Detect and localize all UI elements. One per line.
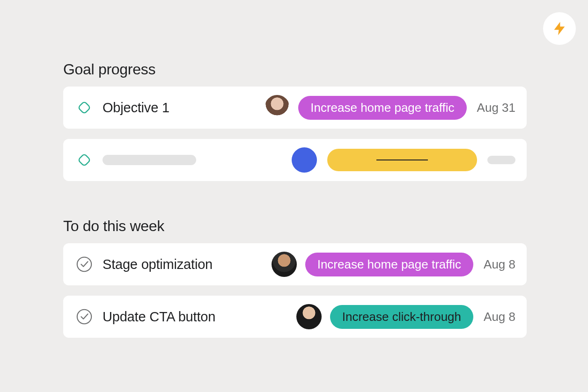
tag-pill[interactable]: Increase home page traffic: [305, 253, 473, 276]
due-date: Aug 8: [484, 310, 515, 324]
svg-point-3: [77, 310, 91, 324]
tag-pill[interactable]: Increase home page traffic: [298, 96, 466, 120]
placeholder-date: [487, 156, 515, 164]
goal-diamond-icon: [74, 150, 94, 170]
avatar[interactable]: [296, 304, 322, 329]
placeholder-title: [103, 155, 196, 165]
lightning-icon: [551, 21, 567, 36]
tag-pill[interactable]: Increase click-through: [330, 305, 473, 329]
svg-rect-0: [78, 102, 91, 114]
svg-point-2: [77, 257, 91, 271]
placeholder-tag: [327, 149, 477, 171]
goal-row-placeholder[interactable]: [63, 139, 527, 181]
placeholder-avatar: [292, 147, 317, 173]
avatar[interactable]: [272, 252, 297, 277]
due-date: Aug 31: [477, 101, 515, 115]
quick-action-button[interactable]: [543, 12, 576, 45]
task-title: Update CTA button: [103, 309, 243, 325]
due-date: Aug 8: [484, 257, 515, 272]
checkmark-circle-icon[interactable]: [74, 254, 94, 274]
task-row[interactable]: Update CTA button Increase click-through…: [63, 296, 527, 338]
avatar[interactable]: [265, 95, 290, 120]
goal-diamond-icon: [74, 98, 94, 117]
goal-row[interactable]: Objective 1 Increase home page traffic A…: [63, 87, 527, 129]
section-title-todo: To do this week: [63, 218, 527, 235]
task-row[interactable]: Stage optimization Increase home page tr…: [63, 243, 527, 285]
checkmark-circle-icon[interactable]: [74, 307, 94, 327]
svg-rect-1: [78, 154, 91, 167]
goal-title: Objective 1: [103, 100, 243, 116]
task-title: Stage optimization: [103, 257, 243, 272]
section-title-goals: Goal progress: [63, 61, 527, 78]
